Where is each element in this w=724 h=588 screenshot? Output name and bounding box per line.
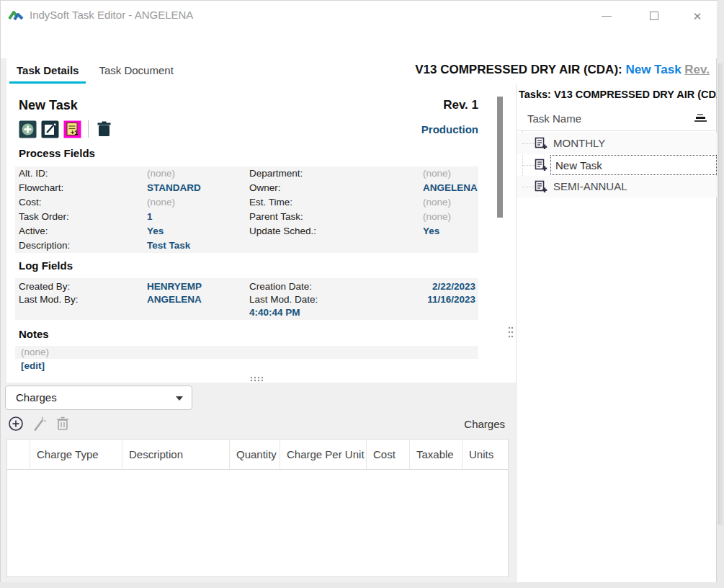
tree-connector (522, 143, 535, 144)
notes-edit-link[interactable]: [edit] (21, 360, 45, 371)
task-revision: Rev. 1 (443, 98, 478, 112)
minimize-button[interactable] (596, 6, 617, 25)
edit-task-icon[interactable] (41, 120, 59, 138)
field-value: Yes (147, 224, 164, 239)
background-window-sliver (718, 63, 723, 525)
field-label: Last Mod. By: (19, 293, 79, 307)
task-name-input[interactable] (555, 156, 710, 174)
field-label: Est. Time: (249, 195, 292, 210)
task-name-header-label: Task Name (527, 112, 581, 125)
tasks-panel: Tasks: V13 COMPRESSED DRY AIR (CDA) Task… (516, 84, 716, 582)
delete-task-icon[interactable] (95, 120, 113, 138)
field-value: Yes (423, 224, 439, 239)
minimize-icon (602, 16, 612, 17)
last-modified-time: 4:40:44 PM (249, 307, 300, 318)
field-label: Active: (19, 224, 48, 239)
column-header-indicator[interactable] (7, 440, 30, 469)
task-action-toolbar: +1 (19, 120, 113, 138)
toolbar: V13 COMPRESSED DRY AIR (CDA): New Task R… (1, 30, 717, 58)
title-bar: IndySoft Task Editor - ANGELENA ✕ (1, 1, 717, 30)
chevron-down-icon (176, 396, 183, 401)
window-title: IndySoft Task Editor - ANGELENA (30, 1, 193, 30)
field-label: Owner: (249, 181, 281, 195)
field-value: STANDARD (147, 181, 201, 195)
field-value: (none) (423, 195, 451, 210)
icon-separator (88, 120, 89, 138)
document-task-name[interactable]: New Task (625, 63, 681, 76)
task-doc-plus-icon (535, 159, 548, 172)
task-doc-plus-icon (535, 180, 548, 193)
document-header: V13 COMPRESSED DRY AIR (CDA): New Task R… (415, 63, 710, 77)
field-value: (none) (147, 195, 175, 210)
field-value: 2/22/2023 (432, 280, 475, 294)
vertical-scrollbar[interactable] (497, 97, 503, 218)
charges-panel-label: Charges (464, 418, 505, 430)
charges-table: Charge Type Description Quantity Charge … (6, 439, 509, 577)
app-screen: IndySoft Task Editor - ANGELENA ✕ (0, 0, 724, 588)
field-label: Update Sched.: (249, 224, 316, 239)
charges-dropdown[interactable]: Charges (5, 386, 192, 410)
task-list-item-monthly[interactable]: MONTHLY (517, 133, 717, 154)
add-task-icon[interactable] (19, 120, 37, 138)
process-field-row: Task Order: 1 Parent Task: (none) (15, 210, 478, 224)
delete-charge-icon[interactable] (55, 416, 70, 432)
maximize-button[interactable] (643, 6, 665, 25)
close-icon: ✕ (693, 11, 702, 22)
charges-toolbar (8, 416, 70, 432)
process-fields-heading: Process Fields (19, 147, 95, 159)
tree-connector (522, 187, 535, 187)
field-label: Parent Task: (249, 210, 303, 224)
tab-bar: Task Details Task Document (6, 60, 184, 84)
horizontal-splitter-grip[interactable] (250, 376, 263, 382)
sort-icon[interactable] (694, 114, 707, 122)
process-field-row: Flowchart: STANDARD Owner: ANGELENA (15, 181, 478, 195)
field-label: Flowchart: (19, 181, 63, 195)
charges-dropdown-value: Charges (16, 391, 57, 404)
add-charge-icon[interactable] (8, 416, 24, 432)
copy-task-icon[interactable]: +1 (63, 120, 81, 138)
task-title: New Task (19, 98, 78, 113)
app-logo-icon (8, 8, 24, 24)
field-value: ANGELENA (147, 293, 202, 307)
charges-table-header: Charge Type Description Quantity Charge … (7, 440, 508, 470)
process-fields-block: Alt. ID: (none) Department: (none) Flowc… (15, 166, 478, 253)
revision-link[interactable]: Rev. (684, 63, 710, 76)
task-item-label: MONTHLY (553, 137, 605, 149)
field-label: Description: (19, 239, 70, 253)
column-header-description[interactable]: Description (122, 440, 230, 469)
field-value: (none) (147, 166, 175, 181)
edit-charge-icon[interactable] (32, 416, 48, 432)
field-label: Created By: (19, 280, 70, 294)
process-field-row: Active: Yes Update Sched.: Yes (15, 224, 478, 239)
process-field-row: Description: Test Task (15, 239, 478, 253)
task-list-item-new-task[interactable] (517, 154, 717, 176)
bottom-background-strip (0, 582, 724, 588)
tab-task-document[interactable]: Task Document (89, 60, 183, 84)
log-fields-block: Created By: HENRYEMP Creation Date: 2/22… (15, 278, 478, 320)
field-value: 11/16/2023 (427, 293, 475, 307)
log-fields-heading: Log Fields (19, 259, 73, 272)
column-header-units[interactable]: Units (462, 440, 508, 469)
task-name-column-header[interactable]: Task Name (517, 107, 717, 131)
log-field-row: Last Mod. By: ANGELENA Last Mod. Date: 1… (15, 293, 478, 307)
field-value: 1 (147, 210, 153, 224)
field-value: HENRYEMP (147, 280, 202, 294)
column-header-charge-per-unit[interactable]: Charge Per Unit (280, 440, 367, 469)
task-item-label: SEMI-ANNUAL (553, 180, 627, 192)
process-field-row: Alt. ID: (none) Department: (none) (15, 166, 478, 181)
column-header-quantity[interactable]: Quantity (230, 440, 280, 469)
field-label: Last Mod. Date: (249, 293, 318, 307)
field-label: Department: (249, 166, 303, 181)
process-field-row: Cost: (none) Est. Time: (none) (15, 195, 478, 210)
document-context-label: V13 COMPRESSED DRY AIR (CDA): (415, 63, 622, 76)
vertical-splitter-grip[interactable] (508, 326, 514, 339)
task-list-item-semi-annual[interactable]: SEMI-ANNUAL (517, 176, 717, 197)
notes-value: (none) (21, 347, 49, 357)
column-header-cost[interactable]: Cost (367, 440, 410, 469)
tab-task-details[interactable]: Task Details (6, 60, 89, 84)
close-button[interactable]: ✕ (687, 6, 708, 25)
tasks-panel-title: Tasks: V13 COMPRESSED DRY AIR (CDA) (519, 89, 724, 100)
column-header-charge-type[interactable]: Charge Type (30, 440, 122, 469)
column-header-taxable[interactable]: Taxable (410, 440, 462, 469)
field-label: Task Order: (19, 210, 69, 224)
